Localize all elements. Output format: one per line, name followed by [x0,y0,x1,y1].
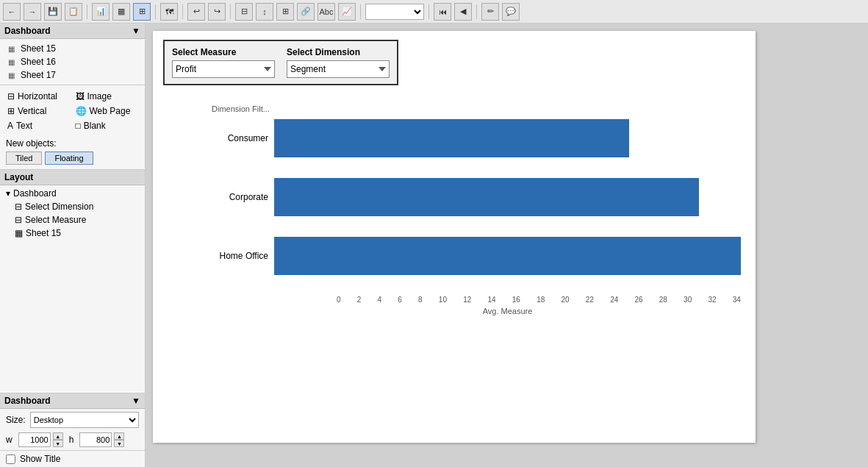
toolbar-dropdown[interactable] [365,4,424,20]
dimension-select[interactable]: Segment Category Region Ship Mode [287,60,390,78]
pen-button[interactable]: ✏ [481,3,499,21]
width-down[interactable]: ▼ [53,440,63,447]
undo-button[interactable]: ↩ [187,3,205,21]
tick-8: 8 [418,296,423,304]
size-row: Size: Desktop [0,409,145,431]
sep6 [428,4,429,19]
object-web-page[interactable]: 🌐 Web Page [74,104,140,118]
layout-select-dimension[interactable]: ⊟ Select Dimension [0,200,145,213]
tick-28: 28 [659,296,667,304]
height-spinner: ▲ ▼ [114,432,124,447]
width-input[interactable] [18,432,51,447]
tick-24: 24 [610,296,618,304]
vertical-icon: ⊞ [7,106,15,116]
table-button[interactable]: ▦ [112,3,130,21]
tick-10: 10 [439,296,447,304]
sidebar-item-sheet15[interactable]: ▦ Sheet 15 [0,42,145,55]
viz-button[interactable]: 📈 [338,3,356,21]
bar-container-homeoffice [274,237,741,275]
sep7 [476,4,477,19]
forward-button[interactable]: → [24,3,41,21]
label-button[interactable]: Abc [318,3,335,21]
tick-30: 30 [684,296,692,304]
tick-18: 18 [537,296,545,304]
layout-dashboard-label: Dashboard [13,188,57,199]
web-page-label: Web Page [90,106,131,116]
left-panel: Dashboard ▼ ▦ Sheet 15 ▦ Sheet 16 ▦ Shee… [0,24,146,467]
layout-dashboard-root[interactable]: ▾ Dashboard [0,187,145,200]
prev-button[interactable]: ◀ [454,3,472,21]
filter-button[interactable]: ⊟ [235,3,253,21]
show-title-checkbox[interactable] [6,454,15,464]
show-title-label: Show Title [20,454,60,464]
layout-sheet15[interactable]: ▦ Sheet 15 [0,227,145,240]
object-image[interactable]: 🖼 Image [74,90,140,103]
tick-12: 12 [463,296,471,304]
new-objects-buttons: Tiled Floating [6,151,139,165]
sort-button[interactable]: ↕ [256,3,273,21]
tick-22: 22 [586,296,594,304]
dashboard-bottom-arrow: ▼ [132,396,140,406]
dimension-control-group: Select Dimension Segment Category Region… [287,47,390,78]
layout-tree: ▾ Dashboard ⊟ Select Dimension ⊟ Select … [0,185,145,241]
tick-26: 26 [634,296,642,304]
dashboard-button[interactable]: ⊞ [133,3,151,21]
height-input[interactable] [79,432,112,447]
redo-button[interactable]: ↪ [208,3,226,21]
tick-14: 14 [487,296,495,304]
main-layout: Dashboard ▼ ▦ Sheet 15 ▦ Sheet 16 ▦ Shee… [0,24,868,467]
tiled-button[interactable]: Tiled [6,151,42,165]
sheet-icon-layout: ▦ [15,228,23,238]
sheet15-label: Sheet 15 [21,43,56,54]
select-measure-label: Select Measure [25,215,86,225]
bar-chart-icon: ▦ [6,43,16,54]
dashboard-bottom-label: Dashboard [4,396,51,406]
tick-20: 20 [561,296,569,304]
publish-button[interactable]: 📋 [65,3,82,21]
sidebar-item-sheet17[interactable]: ▦ Sheet 17 [0,68,145,82]
new-objects-row: New objects: [6,138,139,149]
vertical-label: Vertical [18,106,46,116]
size-label: Size: [6,415,26,425]
comment-button[interactable]: 💬 [502,3,520,21]
measure-label: Select Measure [172,47,275,57]
object-horizontal[interactable]: ⊟ Horizontal [6,90,71,103]
object-text[interactable]: A Text [6,119,71,132]
back-button[interactable]: ← [3,3,21,21]
layout-header-label: Layout [4,172,33,182]
measure-select[interactable]: Profit Sales Discount Quantity [172,60,275,78]
bar-row-corporate: Corporate [212,178,741,216]
text-label: Text [16,121,32,131]
size-select[interactable]: Desktop [30,412,139,428]
tick-32: 32 [708,296,716,304]
sidebar-item-sheet16[interactable]: ▦ Sheet 16 [0,55,145,68]
bar-label-corporate: Corporate [212,192,274,202]
link-button[interactable]: 🔗 [297,3,315,21]
height-up[interactable]: ▲ [114,432,124,440]
width-spinner: ▲ ▼ [53,432,63,447]
dimension-label: Select Dimension [287,47,390,57]
bar-label-homeoffice: Home Office [212,251,274,261]
web-page-icon: 🌐 [76,106,87,116]
x-axis: 0 2 4 6 8 10 12 14 16 18 20 22 2 [212,296,741,304]
dimension-filter-label: Dimension Filt... [212,104,741,113]
width-up[interactable]: ▲ [53,432,63,440]
new-objects-label: New objects: [6,138,57,149]
tick-6: 6 [398,296,402,304]
filter-icon-2: ⊟ [15,215,22,225]
dashboard-canvas: Select Measure Profit Sales Discount Qua… [153,31,756,443]
floating-button[interactable]: Floating [45,151,93,165]
group-button[interactable]: ⊞ [276,3,294,21]
layout-select-measure[interactable]: ⊟ Select Measure [0,213,145,227]
blank-label: Blank [84,121,106,131]
chart-type-button[interactable]: 📊 [92,3,110,21]
height-down[interactable]: ▼ [114,440,124,447]
chart-area: Dimension Filt... Consumer Corporate [153,97,756,443]
object-blank[interactable]: □ Blank [74,119,140,132]
tick-2: 2 [357,296,362,304]
map-button[interactable]: 🗺 [160,3,178,21]
first-button[interactable]: ⏮ [434,3,451,21]
bar-fill-corporate [274,178,699,216]
object-vertical[interactable]: ⊞ Vertical [6,104,71,118]
save-button[interactable]: 💾 [44,3,62,21]
